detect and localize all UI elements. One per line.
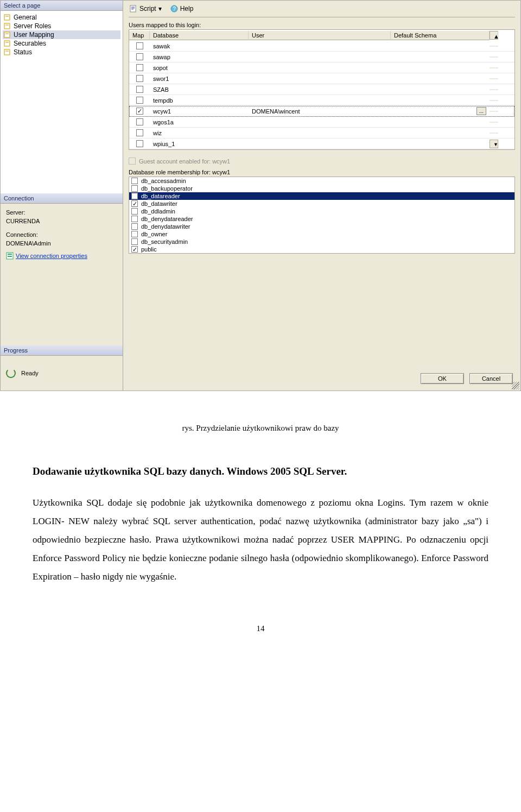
role-checkbox[interactable]: ✓ bbox=[131, 193, 138, 199]
cell-database: wiz bbox=[150, 129, 249, 137]
scrollbar-track[interactable] bbox=[490, 100, 498, 101]
cell-schema bbox=[391, 122, 490, 123]
view-connection-properties-label: View connection properties bbox=[16, 251, 87, 261]
map-checkbox[interactable] bbox=[136, 75, 143, 82]
ok-button[interactable]: OK bbox=[421, 373, 464, 384]
script-label: Script bbox=[139, 5, 156, 12]
role-label: db_denydatawriter bbox=[141, 223, 190, 230]
script-button[interactable]: Script ▾ bbox=[130, 5, 162, 12]
map-checkbox[interactable] bbox=[136, 97, 143, 104]
role-item-db_ddladmin[interactable]: db_ddladmin bbox=[129, 207, 514, 215]
scrollbar-track[interactable] bbox=[490, 78, 498, 79]
role-checkbox[interactable] bbox=[131, 185, 138, 192]
page-list: GeneralServer RolesUser MappingSecurable… bbox=[1, 11, 123, 60]
cell-schema bbox=[391, 89, 490, 90]
help-button[interactable]: ? Help bbox=[170, 5, 194, 12]
guest-account-checkbox-row: Guest account enabled for: wcyw1 bbox=[129, 158, 515, 165]
role-item-db_datawriter[interactable]: ✓db_datawriter bbox=[129, 200, 514, 207]
view-connection-properties-link[interactable]: View connection properties bbox=[6, 251, 117, 261]
role-item-db_denydatawriter[interactable]: db_denydatawriter bbox=[129, 223, 514, 230]
cell-schema bbox=[391, 100, 490, 101]
map-checkbox[interactable] bbox=[136, 86, 143, 93]
col-map[interactable]: Map bbox=[129, 31, 150, 40]
table-row[interactable]: wgos1a bbox=[129, 117, 514, 128]
page-item-server-roles[interactable]: Server Roles bbox=[3, 22, 120, 30]
scroll-up-button[interactable]: ▲ bbox=[490, 31, 498, 40]
role-item-public[interactable]: ✓public bbox=[129, 246, 514, 253]
scrollbar-track[interactable] bbox=[490, 122, 498, 123]
table-row[interactable]: sawap bbox=[129, 52, 514, 62]
map-checkbox[interactable]: ✓ bbox=[136, 108, 143, 115]
page-item-securables[interactable]: Securables bbox=[3, 39, 120, 48]
scrollbar-track[interactable] bbox=[490, 111, 498, 112]
cell-database: wpius_1 bbox=[150, 140, 249, 148]
map-checkbox[interactable] bbox=[136, 140, 143, 147]
role-checkbox[interactable] bbox=[131, 231, 138, 237]
role-label: db_backupoperator bbox=[141, 185, 193, 192]
cell-database: sawap bbox=[150, 53, 249, 61]
role-item-db_securityadmin[interactable]: db_securityadmin bbox=[129, 238, 514, 246]
role-item-db_accessadmin[interactable]: db_accessadmin bbox=[129, 177, 514, 185]
scrollbar-track[interactable] bbox=[490, 133, 498, 134]
table-row[interactable]: swor1 bbox=[129, 73, 514, 84]
page-item-status[interactable]: Status bbox=[3, 48, 120, 56]
cell-database: wcyw1 bbox=[150, 108, 249, 115]
role-item-db_owner[interactable]: db_owner bbox=[129, 230, 514, 238]
connection-info: Server: CURRENDA Connection: DOMENA\Admi… bbox=[1, 204, 123, 346]
scrollbar-track[interactable] bbox=[490, 46, 498, 47]
table-row[interactable]: sopot bbox=[129, 62, 514, 73]
help-icon: ? bbox=[170, 5, 178, 12]
table-row[interactable]: ✓wcyw1DOMENA\wincent... bbox=[129, 106, 514, 117]
page-label: Status bbox=[14, 48, 32, 56]
role-checkbox[interactable] bbox=[131, 208, 138, 215]
doc-paragraph: Użytkownika SQL dodaje się podobnie jak … bbox=[33, 494, 488, 586]
mapping-grid: Map Database User Default Schema ▲ sawak… bbox=[129, 29, 515, 150]
scroll-down-button[interactable]: ▼ bbox=[490, 140, 498, 148]
role-item-db_datareader[interactable]: ✓db_datareader bbox=[129, 192, 514, 200]
cell-schema bbox=[391, 133, 490, 134]
page-number: 14 bbox=[33, 624, 488, 633]
page-item-user-mapping[interactable]: User Mapping bbox=[3, 30, 120, 39]
role-checkbox[interactable] bbox=[131, 178, 138, 184]
table-row[interactable]: wpius_1▼ bbox=[129, 139, 514, 149]
role-checkbox[interactable]: ✓ bbox=[131, 200, 138, 207]
role-checkbox[interactable] bbox=[131, 216, 138, 222]
cancel-button[interactable]: Cancel bbox=[469, 373, 513, 384]
col-database[interactable]: Database bbox=[150, 31, 249, 40]
role-item-db_denydatareader[interactable]: db_denydatareader bbox=[129, 215, 514, 223]
map-checkbox[interactable] bbox=[136, 64, 143, 71]
map-checkbox[interactable] bbox=[136, 53, 143, 60]
map-checkbox[interactable] bbox=[136, 42, 143, 49]
cell-database: sopot bbox=[150, 64, 249, 72]
role-checkbox[interactable]: ✓ bbox=[131, 246, 138, 253]
browse-schema-button[interactable]: ... bbox=[476, 107, 486, 115]
cell-user bbox=[249, 143, 391, 144]
users-mapped-label: Users mapped to this login: bbox=[129, 22, 515, 28]
col-schema[interactable]: Default Schema bbox=[391, 31, 490, 40]
scrollbar-track[interactable] bbox=[490, 67, 498, 68]
map-checkbox[interactable] bbox=[136, 129, 143, 136]
map-checkbox[interactable] bbox=[136, 118, 143, 125]
cell-database: wgos1a bbox=[150, 118, 249, 126]
cell-database: sawak bbox=[150, 42, 249, 50]
role-checkbox[interactable] bbox=[131, 238, 138, 245]
col-user[interactable]: User bbox=[249, 31, 391, 40]
svg-rect-0 bbox=[4, 15, 10, 20]
role-label: db_datareader bbox=[141, 193, 180, 199]
page-item-general[interactable]: General bbox=[3, 13, 120, 22]
page-label: Securables bbox=[14, 40, 46, 47]
table-row[interactable]: SZAB bbox=[129, 84, 514, 95]
connection-value: DOMENA\Admin bbox=[6, 239, 117, 248]
table-row[interactable]: wiz bbox=[129, 128, 514, 139]
cell-schema bbox=[391, 56, 490, 58]
table-row[interactable]: tempdb bbox=[129, 95, 514, 106]
table-row[interactable]: sawak bbox=[129, 41, 514, 52]
role-checkbox[interactable] bbox=[131, 223, 138, 230]
cell-user bbox=[249, 122, 391, 123]
document-body: rys. Przydzielanie użytkownikowi praw do… bbox=[0, 391, 521, 655]
role-item-db_backupoperator[interactable]: db_backupoperator bbox=[129, 185, 514, 192]
scrollbar-track[interactable] bbox=[490, 89, 498, 90]
scrollbar-track[interactable] bbox=[490, 56, 498, 58]
resize-grip[interactable] bbox=[512, 382, 519, 389]
page-icon bbox=[4, 31, 11, 39]
